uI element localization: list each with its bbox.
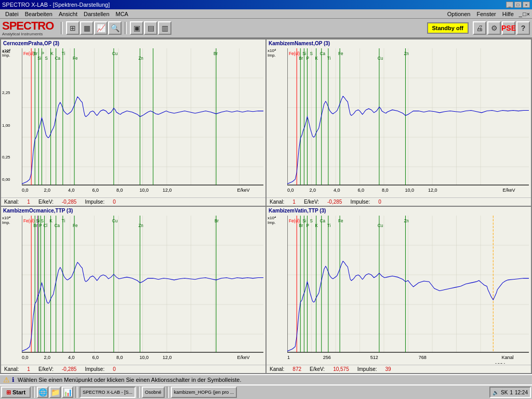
impulse-value-2: 0 xyxy=(378,199,381,205)
ekev-value-4: 10,575 xyxy=(333,366,349,372)
logo-text: SPECTRO xyxy=(2,20,54,32)
svg-text:768: 768 xyxy=(419,354,427,360)
svg-text:Ca: Ca xyxy=(320,218,326,223)
chart-info-2: Kanal: 1 E/keV: -0,285 Impulse: 0 xyxy=(267,197,531,206)
tb-settings-btn[interactable]: ⚙ xyxy=(487,21,501,35)
xscale-4: x10⁴Imp. xyxy=(268,216,276,225)
svg-text:4,0: 4,0 xyxy=(68,354,75,360)
menu-optionen[interactable]: Optionen xyxy=(444,10,474,18)
svg-text:4,0: 4,0 xyxy=(334,187,340,193)
tb-table-btn[interactable]: ⊞ xyxy=(66,21,79,35)
chart-panel-4: KambizemVatin,TTP (3) x10⁴Imp. 1 xyxy=(266,206,531,374)
chart-title-1: CernozemPraha,OP (3) xyxy=(1,39,265,47)
spectrum-svg-2: 0,0 2,0 4,0 6,0 8,0 10,0 12,0 E/keV F xyxy=(287,48,529,196)
taskbar-sep2 xyxy=(75,387,77,398)
quicklaunch-3[interactable]: 📊 xyxy=(62,387,73,398)
menu-bearbeiten[interactable]: Bearbeiten xyxy=(22,10,56,18)
svg-text:10,0: 10,0 xyxy=(139,187,149,193)
svg-text:Cu: Cu xyxy=(378,56,383,61)
svg-text:S: S xyxy=(310,51,313,56)
tb-zoom-btn[interactable]: 🔍 xyxy=(108,21,122,35)
impulse-label-1: Impulse: xyxy=(85,199,104,205)
menu-darstellen[interactable]: Darstellen xyxy=(81,10,113,18)
svg-text:Zn: Zn xyxy=(138,223,143,228)
menu-datei[interactable]: Datei xyxy=(2,10,22,18)
kanal-label-3: Kanal: xyxy=(4,366,19,372)
tb-element-btn[interactable]: PSE xyxy=(502,21,515,35)
status-warning-icon: ⚠ xyxy=(3,376,10,384)
svg-text:Cl: Cl xyxy=(43,223,47,228)
svg-text:4,0: 4,0 xyxy=(68,187,75,193)
svg-text:2,0: 2,0 xyxy=(44,354,50,360)
maximize-button[interactable]: □ xyxy=(514,2,522,8)
standby-button[interactable]: Standby off xyxy=(427,22,469,34)
tb-bar-btn[interactable]: ▦ xyxy=(80,21,94,35)
taskbar: ⊞ Start 🌐 📁 📊 SPECTRO X-LAB - [S... Osob… xyxy=(0,384,532,399)
tb-line-btn[interactable]: 📈 xyxy=(94,21,108,35)
window-controls: _ □ × xyxy=(506,2,530,8)
svg-text:Kanal: Kanal xyxy=(501,354,513,360)
tb-layout1-btn[interactable]: ▣ xyxy=(130,21,143,35)
tray-icon-1: 🔊 xyxy=(493,390,499,395)
tb-layout2-btn[interactable]: ▤ xyxy=(144,21,157,35)
svg-text:P: P xyxy=(306,223,309,228)
svg-text:8,0: 8,0 xyxy=(116,354,123,360)
ekev-value-3: -0,285 xyxy=(62,366,76,372)
taskbar-osobne[interactable]: Osobné xyxy=(142,387,165,398)
right-toolbar: 🖨 ⚙ PSE ? xyxy=(473,21,530,35)
taskbar-spectro[interactable]: SPECTRO X-LAB - [S... xyxy=(79,387,136,398)
svg-text:0,0: 0,0 xyxy=(287,187,294,193)
y-axis-label-1c: 1,00 xyxy=(2,123,10,128)
menu-mca[interactable]: MCA xyxy=(113,10,131,18)
svg-text:2,0: 2,0 xyxy=(309,187,316,193)
close-button[interactable]: × xyxy=(523,2,530,8)
menu-hilfe[interactable]: Hilfe xyxy=(499,10,517,18)
start-windows-icon: ⊞ xyxy=(6,389,11,396)
chart-area-1: 4,00 2,25 1,00 0,25 0,00 x10⁴Imp. xyxy=(1,47,265,197)
quicklaunch-2[interactable]: 📁 xyxy=(49,387,61,398)
impulse-value-4: 39 xyxy=(385,366,391,372)
svg-text:S: S xyxy=(310,218,313,223)
svg-text:Fe: Fe xyxy=(338,218,343,223)
ekev-label-3: E/keV: xyxy=(38,366,54,372)
svg-text:S: S xyxy=(45,56,48,61)
svg-text:0,0: 0,0 xyxy=(22,187,29,193)
taskbar-kambizem[interactable]: kambizem_HOPG (jen pro ... xyxy=(171,387,237,398)
svg-text:Ti: Ti xyxy=(327,223,331,228)
min-button2[interactable]: _ xyxy=(519,11,522,17)
svg-text:6,0: 6,0 xyxy=(92,187,99,193)
chart-info-3: Kanal: 1 E/keV: -0,285 Impulse: 0 xyxy=(1,365,265,373)
start-button[interactable]: ⊞ Start xyxy=(1,387,31,398)
taskbar-sep4 xyxy=(167,387,169,398)
quicklaunch-ie[interactable]: 🌐 xyxy=(37,387,48,398)
close-button2[interactable]: × xyxy=(527,11,530,17)
chart-info-1: Kanal: 1 E/keV: -0,285 Impulse: 0 xyxy=(1,197,265,206)
kanal-value-2: 1 xyxy=(292,199,296,205)
tb-help-btn[interactable]: ? xyxy=(516,21,530,35)
chart-panel-1: CernozemPraha,OP (3) 4,00 2,25 1,00 0,25… xyxy=(1,39,266,206)
menu-ansicht[interactable]: Ansicht xyxy=(56,10,81,18)
spectrum-svg-1: 0,0 2,0 4,0 6,0 8,0 10,0 12,0 E/keV xyxy=(22,48,263,196)
chart-title-4: KambizemVatin,TTP (3) xyxy=(267,207,531,215)
svg-text:6,0: 6,0 xyxy=(92,354,99,360)
tray-icon-3: 1 xyxy=(510,390,513,395)
svg-text:E/keV: E/keV xyxy=(237,354,250,360)
menu-fenster[interactable]: Fenster xyxy=(473,10,499,18)
svg-text:Cu: Cu xyxy=(112,218,118,223)
xscale-1: x10⁴Imp. xyxy=(2,48,10,58)
svg-text:12,0: 12,0 xyxy=(163,354,172,360)
toolbar-group1: ⊞ ▦ 📈 🔍 xyxy=(66,21,122,35)
taskbar-kambizem-label: kambizem_HOPG (jen pro ... xyxy=(174,390,234,395)
logo-sub: Analytical Instruments xyxy=(2,32,54,36)
tb-layout3-btn[interactable]: ▥ xyxy=(158,21,171,35)
chart-area-2: x10⁴Imp. 0,0 2,0 4,0 6,0 8, xyxy=(267,47,531,197)
y-axis-label-1b: 2,25 xyxy=(2,90,10,95)
kanal-value-1: 1 xyxy=(27,199,30,205)
max-button2[interactable]: □ xyxy=(523,11,526,17)
tb-print-btn[interactable]: 🖨 xyxy=(473,21,486,35)
svg-text:K: K xyxy=(315,223,318,228)
svg-text:E/keV: E/keV xyxy=(502,187,515,193)
minimize-button[interactable]: _ xyxy=(506,2,513,8)
svg-text:Fe(ul): Fe(ul) xyxy=(289,218,300,223)
impulse-label-4: Impulse: xyxy=(357,366,377,372)
